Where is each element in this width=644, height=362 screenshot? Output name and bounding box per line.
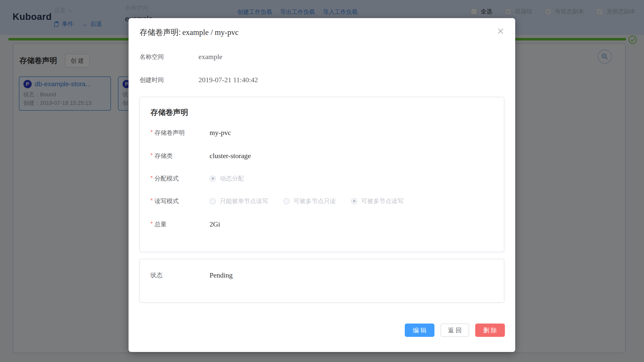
- radio-selected-icon: [210, 175, 216, 182]
- close-icon[interactable]: [496, 26, 506, 36]
- radio-icon: [210, 198, 216, 204]
- required-asterisk: *: [150, 174, 153, 182]
- edit-button[interactable]: 编 辑: [405, 324, 434, 337]
- field-capacity: *总量 2Gi: [150, 220, 220, 228]
- pvc-status-card: 状态 Pending: [139, 259, 504, 303]
- field-value: 2019-07-21 11:40:42: [198, 76, 258, 84]
- field-pvc-name: *存储卷声明 my-pvc: [150, 129, 231, 137]
- form-heading: 存储卷声明: [150, 107, 188, 118]
- field-storage-class: *存储类 cluster-storage: [150, 152, 251, 160]
- radio-rwo[interactable]: 只能被单节点读写: [210, 197, 268, 205]
- required-asterisk: *: [150, 197, 153, 204]
- field-alloc-mode: *分配模式 动态分配: [150, 174, 259, 183]
- field-value: cluster-storage: [210, 152, 251, 160]
- field-status: 状态 Pending: [150, 271, 233, 279]
- field-value: my-pvc: [210, 129, 231, 137]
- field-access-mode: *读写模式 只能被单节点读写 可被多节点只读 可被多节点读写: [150, 197, 419, 205]
- status-value: Pending: [210, 271, 233, 279]
- radio-icon: [283, 198, 290, 204]
- pvc-form-card: 存储卷声明 *存储卷声明 my-pvc *存储类 cluster-storage…: [139, 97, 504, 252]
- return-button[interactable]: 返 回: [440, 324, 469, 337]
- field-created-time: 创建时间 2019-07-21 11:40:42: [140, 76, 258, 84]
- delete-button[interactable]: 删 除: [475, 324, 505, 337]
- radio-rwx[interactable]: 可被多节点读写: [351, 197, 404, 205]
- field-label: 创建时间: [140, 76, 198, 84]
- dialog-title: 存储卷声明:example / my-pvc: [140, 27, 238, 38]
- required-asterisk: *: [150, 220, 153, 228]
- pvc-detail-dialog: 存储卷声明:example / my-pvc 名称空间 example 创建时间…: [129, 18, 515, 352]
- radio-selected-icon: [351, 198, 357, 204]
- radio-dynamic-alloc[interactable]: 动态分配: [210, 174, 244, 183]
- field-namespace: 名称空间 example: [140, 53, 222, 61]
- field-value: example: [198, 53, 222, 61]
- field-label: 名称空间: [140, 53, 198, 61]
- dialog-actions: 编 辑 返 回 删 除: [405, 324, 505, 337]
- required-asterisk: *: [150, 129, 153, 136]
- required-asterisk: *: [150, 152, 153, 159]
- field-value: 2Gi: [210, 220, 220, 228]
- radio-rox[interactable]: 可被多节点只读: [283, 197, 336, 205]
